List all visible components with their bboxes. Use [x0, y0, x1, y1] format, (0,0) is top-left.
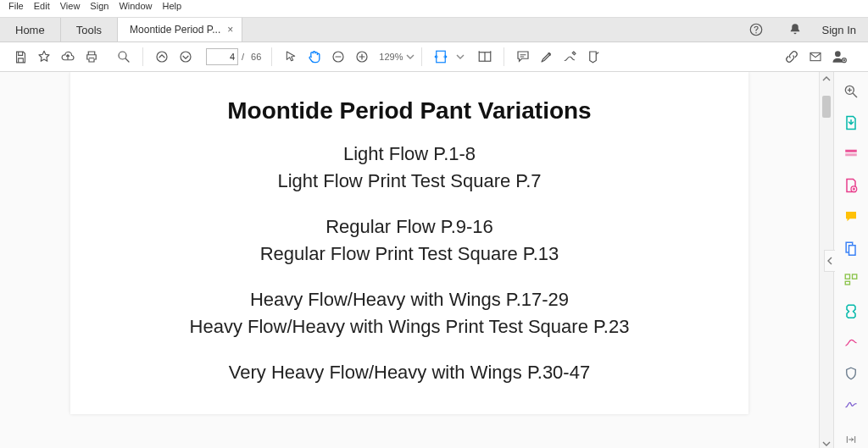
svg-point-3: [157, 52, 167, 62]
doc-line: Light Flow Print Test Square P.7: [87, 170, 732, 192]
svg-point-4: [181, 52, 191, 62]
page-up-icon[interactable]: [150, 45, 174, 69]
share-link-icon[interactable]: [780, 45, 804, 69]
draw-icon[interactable]: [559, 45, 582, 69]
tab-tools[interactable]: Tools: [61, 18, 118, 41]
menu-file[interactable]: File: [3, 1, 29, 16]
svg-point-10: [835, 51, 841, 57]
toolbar: / 66 129%: [0, 42, 868, 72]
tools-panel: [833, 72, 868, 448]
page-number-input[interactable]: [206, 48, 238, 65]
search-tool-icon[interactable]: [839, 80, 863, 102]
panel-collapse-icon[interactable]: [824, 250, 835, 272]
help-icon[interactable]: [744, 18, 768, 41]
comment-tool-icon[interactable]: [839, 206, 863, 227]
svg-rect-13: [845, 149, 857, 152]
tab-home[interactable]: Home: [0, 18, 61, 41]
edit-pdf-icon[interactable]: [839, 143, 863, 164]
hand-tool-icon[interactable]: [303, 45, 326, 69]
select-arrow-icon[interactable]: [279, 45, 303, 69]
share-people-icon[interactable]: [827, 45, 851, 69]
save-icon[interactable]: [8, 45, 32, 69]
bell-icon[interactable]: [783, 18, 807, 41]
erase-signature-icon[interactable]: [582, 45, 606, 69]
read-mode-icon[interactable]: [473, 45, 497, 69]
more-tools-icon[interactable]: [839, 429, 863, 448]
tab-document[interactable]: Moontide Period P... ×: [118, 18, 242, 41]
doc-line: Heavy Flow/Heavy with Wings Print Test S…: [87, 316, 732, 338]
doc-title: Moontide Period Pant Variations: [87, 97, 732, 124]
doc-line: Light Flow P.1-8: [87, 143, 732, 165]
fit-dropdown-icon[interactable]: [456, 53, 465, 61]
highlight-icon[interactable]: [535, 45, 559, 69]
document-viewport[interactable]: Moontide Period Pant Variations Light Fl…: [0, 72, 819, 448]
comment-icon[interactable]: [511, 45, 535, 69]
zoom-out-icon[interactable]: [326, 45, 350, 69]
organize-pages-icon[interactable]: [839, 268, 863, 290]
menu-window[interactable]: Window: [114, 1, 157, 16]
page-sep: /: [242, 52, 244, 62]
export-pdf-icon[interactable]: [839, 112, 863, 133]
svg-rect-17: [853, 274, 857, 279]
print-icon[interactable]: [80, 45, 103, 69]
close-tab-icon[interactable]: ×: [227, 24, 233, 36]
page-total: 66: [251, 52, 261, 62]
svg-rect-16: [845, 274, 849, 279]
menu-help[interactable]: Help: [158, 1, 187, 16]
zoom-in-icon[interactable]: [350, 45, 374, 69]
zoom-level[interactable]: 129%: [379, 52, 403, 62]
menu-view[interactable]: View: [55, 1, 86, 16]
svg-rect-14: [845, 153, 857, 156]
email-icon[interactable]: [804, 45, 827, 69]
cloud-upload-icon[interactable]: [56, 45, 80, 69]
tab-bar: Home Tools Moontide Period P... × Sign I…: [0, 17, 868, 42]
create-pdf-icon[interactable]: [839, 174, 863, 196]
app-menu[interactable]: File Edit View Sign Window Help: [0, 0, 868, 17]
compress-pdf-icon[interactable]: [839, 301, 863, 322]
doc-line: Regular Flow Print Test Square P.13: [87, 243, 732, 265]
fit-width-icon[interactable]: [429, 45, 453, 69]
scrollbar-thumb[interactable]: [822, 96, 831, 118]
menu-edit[interactable]: Edit: [29, 1, 55, 16]
doc-line: Heavy Flow/Heavy with Wings P.17-29: [87, 289, 732, 311]
page-content: Moontide Period Pant Variations Light Fl…: [70, 72, 748, 414]
tab-document-label: Moontide Period P...: [130, 24, 220, 36]
find-icon[interactable]: [112, 45, 136, 69]
sign-in-button[interactable]: Sign In: [822, 24, 856, 36]
doc-line: Very Heavy Flow/Heavy with Wings P.30-47: [87, 362, 732, 384]
combine-files-icon[interactable]: [839, 237, 863, 258]
scroll-down-icon[interactable]: [820, 437, 833, 448]
redact-icon[interactable]: [839, 332, 863, 353]
svg-point-1: [755, 32, 757, 34]
svg-point-2: [119, 52, 126, 59]
page-down-icon[interactable]: [174, 45, 198, 69]
protect-icon[interactable]: [839, 363, 863, 384]
fill-sign-icon[interactable]: [839, 395, 863, 416]
scroll-up-icon[interactable]: [820, 72, 833, 86]
zoom-dropdown-icon[interactable]: [406, 53, 415, 61]
svg-rect-18: [845, 281, 849, 285]
star-icon[interactable]: [32, 45, 56, 69]
doc-line: Regular Flow P.9-16: [87, 216, 732, 238]
menu-sign[interactable]: Sign: [85, 1, 114, 16]
